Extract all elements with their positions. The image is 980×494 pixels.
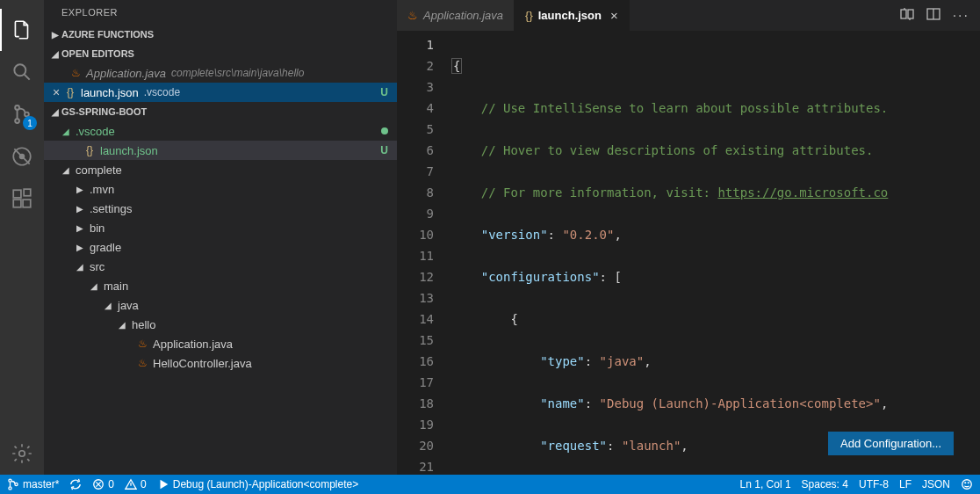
- split-editor-icon[interactable]: [926, 7, 940, 25]
- chevron-down-icon: ◢: [116, 320, 128, 330]
- java-file-icon: ♨: [68, 67, 83, 79]
- status-spaces[interactable]: Spaces: 4: [802, 478, 848, 490]
- open-editor-application[interactable]: ♨ Application.java complete\src\main\jav…: [44, 63, 397, 83]
- code-editor[interactable]: 123456789101112131415161718192021 { // U…: [397, 31, 980, 475]
- chevron-right-icon: ▶: [74, 223, 86, 233]
- chevron-right-icon: ▶: [74, 204, 86, 214]
- svg-point-5: [19, 154, 25, 160]
- java-file-icon: ♨: [135, 338, 149, 350]
- chevron-down-icon: ◢: [49, 49, 61, 59]
- code-content: { // Use IntelliSense to learn about pos…: [450, 31, 980, 475]
- tabs-bar: ♨ Application.java {} launch.json × ···: [397, 0, 980, 31]
- folder-complete[interactable]: ◢ complete: [44, 160, 397, 179]
- status-branch[interactable]: master*: [7, 478, 59, 490]
- folder-hello[interactable]: ◢ hello: [44, 315, 397, 334]
- activity-settings-icon[interactable]: [0, 432, 44, 475]
- explorer-sidebar: EXPLORER ▶ AZURE FUNCTIONS ◢ OPEN EDITOR…: [44, 0, 397, 475]
- svg-rect-8: [23, 200, 31, 207]
- chevron-down-icon: ◢: [74, 262, 86, 272]
- java-file-icon: ♨: [135, 357, 149, 369]
- svg-rect-11: [901, 10, 906, 18]
- status-language[interactable]: JSON: [922, 478, 950, 490]
- scm-badge: 1: [23, 116, 37, 130]
- java-file-icon: ♨: [407, 9, 418, 22]
- svg-point-18: [962, 480, 972, 490]
- more-icon[interactable]: ···: [953, 8, 969, 24]
- folder-java[interactable]: ◢ java: [44, 295, 397, 315]
- chevron-right-icon: ▶: [74, 185, 86, 194]
- folder-main[interactable]: ◢ main: [44, 276, 397, 295]
- compare-icon[interactable]: [900, 7, 914, 25]
- json-file-icon: {}: [83, 144, 97, 156]
- section-azure-functions[interactable]: ▶ AZURE FUNCTIONS: [44, 25, 397, 44]
- status-bar: master* 0 0 Debug (Launch)-Application<c…: [0, 475, 980, 494]
- chevron-down-icon: ◢: [102, 301, 114, 310]
- svg-point-14: [9, 479, 11, 482]
- status-debug-config[interactable]: Debug (Launch)-Application<complete>: [157, 478, 358, 490]
- chevron-down-icon: ◢: [60, 165, 72, 175]
- svg-point-1: [15, 105, 19, 110]
- svg-rect-7: [13, 200, 21, 207]
- chevron-down-icon: ◢: [60, 127, 72, 136]
- folder-src[interactable]: ◢ src: [44, 257, 397, 276]
- status-eol[interactable]: LF: [899, 478, 912, 490]
- close-icon[interactable]: ×: [49, 85, 63, 99]
- json-file-icon: {}: [63, 86, 77, 98]
- status-encoding[interactable]: UTF-8: [859, 478, 889, 490]
- modified-dot-icon: [381, 127, 388, 134]
- activity-explorer-icon[interactable]: [0, 9, 44, 51]
- status-sync[interactable]: [69, 478, 82, 490]
- close-icon[interactable]: ×: [610, 8, 618, 23]
- folder-vscode[interactable]: ◢ .vscode: [44, 121, 397, 141]
- section-open-editors[interactable]: ◢ OPEN EDITORS: [44, 44, 397, 63]
- activity-search-icon[interactable]: [0, 51, 44, 93]
- line-gutter: 123456789101112131415161718192021: [397, 31, 450, 475]
- file-hellocontroller-java[interactable]: ♨ HelloController.java: [44, 353, 397, 373]
- file-launch-json[interactable]: {} launch.json U: [44, 141, 397, 160]
- svg-point-15: [9, 487, 11, 490]
- open-editor-launch-json[interactable]: × {} launch.json .vscode U: [44, 83, 397, 102]
- section-project[interactable]: ◢ GS-SPRING-BOOT: [44, 102, 397, 121]
- svg-rect-6: [13, 190, 21, 198]
- activity-scm-icon[interactable]: 1: [0, 93, 44, 135]
- folder-settings[interactable]: ▶ .settings: [44, 199, 397, 218]
- activity-extensions-icon[interactable]: [0, 178, 44, 220]
- status-warnings[interactable]: 0: [125, 478, 147, 490]
- svg-rect-9: [24, 189, 31, 196]
- status-errors[interactable]: 0: [92, 478, 114, 490]
- chevron-right-icon: ▶: [49, 30, 61, 40]
- svg-point-2: [15, 119, 19, 123]
- json-file-icon: {}: [525, 9, 533, 22]
- sidebar-title: EXPLORER: [44, 0, 397, 25]
- svg-point-19: [965, 483, 966, 483]
- editor-area: ♨ Application.java {} launch.json × ··· …: [397, 0, 980, 475]
- svg-point-20: [968, 483, 969, 483]
- svg-point-0: [14, 64, 25, 76]
- activity-debug-icon[interactable]: [0, 135, 44, 178]
- svg-point-10: [19, 451, 25, 457]
- folder-mvn[interactable]: ▶ .mvn: [44, 179, 397, 199]
- status-feedback-icon[interactable]: [961, 478, 973, 490]
- chevron-down-icon: ◢: [88, 281, 100, 291]
- folder-bin[interactable]: ▶ bin: [44, 218, 397, 237]
- file-application-java[interactable]: ♨ Application.java: [44, 334, 397, 353]
- folder-gradle[interactable]: ▶ gradle: [44, 237, 397, 257]
- chevron-down-icon: ◢: [49, 107, 61, 117]
- chevron-right-icon: ▶: [74, 243, 86, 252]
- tab-launch-json[interactable]: {} launch.json ×: [515, 0, 630, 31]
- activity-bar: 1: [0, 0, 44, 475]
- add-configuration-button[interactable]: Add Configuration...: [828, 432, 954, 455]
- status-cursor-pos[interactable]: Ln 1, Col 1: [740, 478, 791, 490]
- svg-rect-12: [908, 10, 913, 18]
- tab-application-java[interactable]: ♨ Application.java: [397, 0, 515, 31]
